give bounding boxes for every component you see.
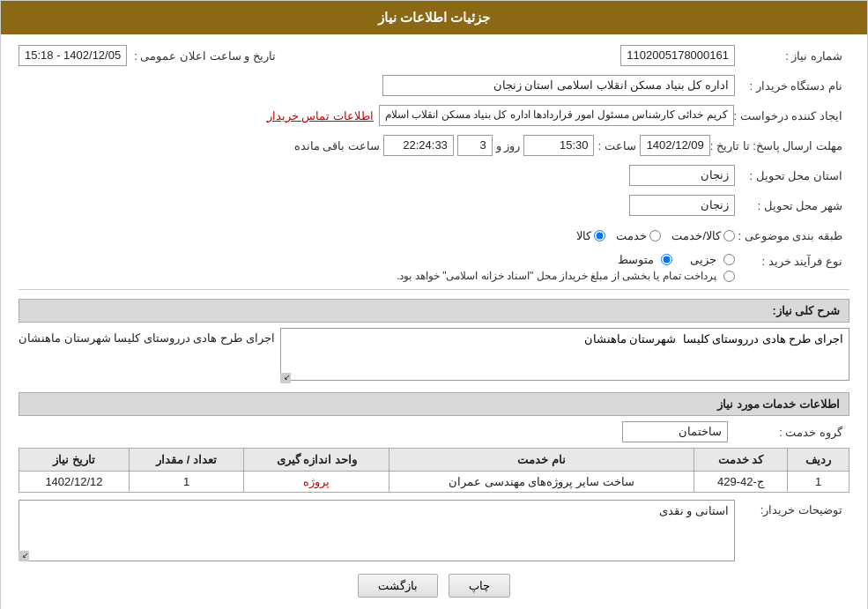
buyer-desc-wrapper: استانی و نقدی ↙ <box>19 500 735 561</box>
buyer-org-value: اداره کل بنیاد مسکن انقلاب اسلامی استان … <box>382 75 735 96</box>
services-table: ردیف کد خدمت نام خدمت واحد اندازه گیری ت… <box>19 448 849 493</box>
purchase-option-esnad: پرداخت تمام یا بخشی از مبلغ خریداز محل "… <box>397 270 735 282</box>
category-label-kala: کالا <box>576 229 591 242</box>
category-label-khedmat: خدمت <box>616 229 647 242</box>
remaining-time: 22:24:33 <box>383 135 454 156</box>
requester-row: ایجاد کننده درخواست : کریم خدائی کارشناس… <box>19 103 849 128</box>
category-option-kala-khedmat[interactable]: کالا/خدمت <box>671 229 735 242</box>
print-button[interactable]: چاپ <box>449 574 510 598</box>
purchase-option-jozi: جزیی متوسط <box>397 253 735 266</box>
col-header-unit: واحد اندازه گیری <box>244 449 389 472</box>
row-code: ج-42-429 <box>694 472 787 493</box>
category-option-khedmat[interactable]: خدمت <box>616 229 661 242</box>
row-num: 1 <box>788 472 849 493</box>
buyer-desc-row: توضیحات خریدار: استانی و نقدی ↙ <box>19 500 849 561</box>
purchase-radio-esnad[interactable] <box>723 271 735 282</box>
category-label-kala-khedmat: کالا/خدمت <box>671 229 721 242</box>
purchase-label-motavaset: متوسط <box>618 253 654 266</box>
announce-datetime-value: 1402/12/05 - 15:18 <box>19 45 127 66</box>
table-row: 1 ج-42-429 ساخت سایر پروژه‌های مهندسی عم… <box>19 472 849 493</box>
purchase-radio-motavaset[interactable] <box>661 254 672 265</box>
service-group-value: ساختمان <box>622 421 728 442</box>
col-header-qty: تعداد / مقدار <box>129 449 244 472</box>
deadline-day-label: روز و <box>496 139 521 152</box>
city-label: شهر محل تحویل : <box>735 199 849 212</box>
deadline-date: 1402/12/09 <box>640 135 710 156</box>
requester-value: کریم خدائی کارشناس مسئول امور قراردادها … <box>379 105 734 126</box>
requester-label: ایجاد کننده درخواست : <box>734 109 849 123</box>
need-number-row: شماره نیاز : 1102005178000161 تاریخ و سا… <box>19 43 849 68</box>
category-options: کالا/خدمت خدمت کالا <box>576 229 735 242</box>
services-header: اطلاعات خدمات مورد نیاز <box>19 392 849 416</box>
deadline-days: 3 <box>457 135 493 156</box>
buyer-desc-label: توضیحات خریدار: <box>735 500 849 516</box>
back-button[interactable]: بازگشت <box>358 574 438 598</box>
purchase-type-label: نوع فرآیند خرید : <box>735 253 849 268</box>
buyer-desc-resize: ↙ <box>19 551 29 561</box>
province-value: زنجان <box>629 165 735 186</box>
need-desc-label: شرح کلی نیاز: <box>772 304 840 317</box>
category-option-kala[interactable]: کالا <box>576 229 605 242</box>
col-header-name: نام خدمت <box>389 449 694 472</box>
contact-link[interactable]: اطلاعات تماس خریدار <box>267 109 374 123</box>
col-header-code: کد خدمت <box>694 449 787 472</box>
row-name: ساخت سایر پروژه‌های مهندسی عمران <box>389 472 694 493</box>
page-header: جزئیات اطلاعات نیاز <box>1 1 867 34</box>
city-value: زنجان <box>629 195 735 216</box>
need-desc-value: اجرای طرح هادی درروستای کلیسا شهرستان ما… <box>19 328 275 345</box>
content-area: شماره نیاز : 1102005178000161 تاریخ و سا… <box>1 34 867 609</box>
category-radio-kala[interactable] <box>594 230 605 241</box>
announce-datetime-label: تاریخ و ساعت اعلان عمومی : <box>134 49 276 63</box>
category-radio-khedmat[interactable] <box>649 230 661 241</box>
need-desc-wrapper: ↙ <box>280 328 849 383</box>
divider-1 <box>19 289 849 290</box>
buyer-org-row: نام دستگاه خریدار : اداره کل بنیاد مسکن … <box>19 73 849 98</box>
buyer-org-label: نام دستگاه خریدار : <box>735 79 849 93</box>
deadline-row: مهلت ارسال پاسخ: تا تاریخ : 1402/12/09 س… <box>19 133 849 158</box>
need-desc-header: شرح کلی نیاز: <box>19 299 849 323</box>
deadline-time: 15:30 <box>523 135 594 156</box>
deadline-time-label: ساعت : <box>597 139 635 152</box>
row-unit: پروژه <box>244 472 389 493</box>
buttons-row: چاپ بازگشت <box>19 574 849 598</box>
category-label: طبقه بندی موضوعی : <box>735 229 849 242</box>
purchase-label-jozi: جزیی <box>690 253 716 266</box>
province-row: استان محل تحویل : زنجان <box>19 163 849 188</box>
resize-handle: ↙ <box>280 373 291 383</box>
purchase-type-row: نوع فرآیند خرید : جزیی متوسط پرداخت تمام… <box>19 253 849 282</box>
need-number-label: شماره نیاز : <box>735 49 849 63</box>
province-label: استان محل تحویل : <box>735 169 849 182</box>
need-number-value: 1102005178000161 <box>620 45 735 66</box>
services-title: اطلاعات خدمات مورد نیاز <box>717 397 840 411</box>
col-header-row: ردیف <box>788 449 849 472</box>
category-radio-kala-khedmat[interactable] <box>723 230 735 241</box>
city-row: شهر محل تحویل : زنجان <box>19 193 849 218</box>
service-group-label: گروه خدمت : <box>735 426 849 439</box>
purchase-radio-jozi[interactable] <box>723 254 735 265</box>
page-title: جزئیات اطلاعات نیاز <box>378 10 490 25</box>
page-wrapper: جزئیات اطلاعات نیاز شماره نیاز : 1102005… <box>0 0 868 609</box>
row-qty: 1 <box>129 472 244 493</box>
purchase-options: جزیی متوسط پرداخت تمام یا بخشی از مبلغ خ… <box>397 253 735 282</box>
service-group-row: گروه خدمت : ساختمان <box>19 421 849 442</box>
table-header-row: ردیف کد خدمت نام خدمت واحد اندازه گیری ت… <box>19 449 849 472</box>
category-row: طبقه بندی موضوعی : کالا/خدمت خدمت کالا <box>19 223 849 248</box>
buyer-desc-value: استانی و نقدی <box>19 500 735 561</box>
purchase-label-esnad: پرداخت تمام یا بخشی از مبلغ خریداز محل "… <box>397 270 716 282</box>
need-desc-textarea[interactable] <box>280 328 849 381</box>
need-desc-row: ↙ اجرای طرح هادی درروستای کلیسا شهرستان … <box>19 328 849 383</box>
col-header-date: تاریخ نیاز <box>19 449 130 472</box>
row-date: 1402/12/12 <box>19 472 130 493</box>
remaining-label: ساعت باقی مانده <box>294 139 380 152</box>
deadline-label: مهلت ارسال پاسخ: تا تاریخ : <box>710 139 849 152</box>
